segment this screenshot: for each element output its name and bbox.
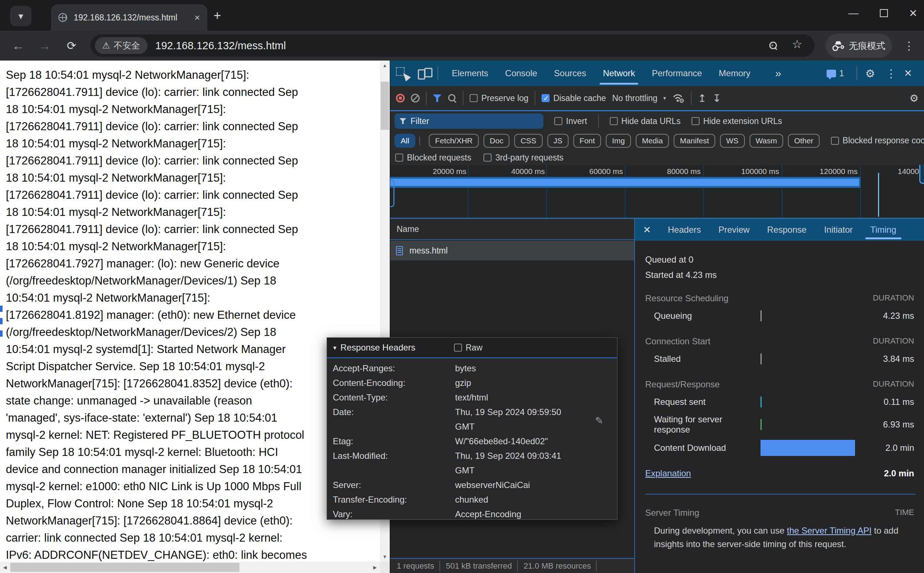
bookmark-star-icon[interactable]: ☆ (792, 37, 802, 51)
header-value: Thu, 19 Sep 2024 09:03:41 GMT (455, 449, 573, 478)
disclosure-triangle-icon[interactable]: ▼ (332, 345, 337, 351)
details-tab[interactable]: Response (758, 219, 815, 241)
security-chip[interactable]: ⚠ 不安全 (95, 37, 147, 54)
checkbox-unchecked[interactable] (483, 153, 491, 161)
new-tab-button[interactable]: + (213, 8, 221, 23)
checkbox-unchecked[interactable] (554, 117, 562, 125)
details-tab[interactable]: Timing (861, 219, 905, 241)
checkbox-unchecked[interactable] (454, 344, 462, 352)
network-settings-gear-icon[interactable]: ⚙ (910, 92, 919, 104)
response-headers-title-bar[interactable]: ▼ Response Headers Raw (327, 338, 617, 358)
type-filter-pill[interactable]: Media (636, 134, 669, 148)
scroll-right-icon[interactable]: ▶ (370, 562, 380, 573)
third-party-requests-checkbox[interactable]: 3rd-party requests (483, 153, 563, 163)
tab-close-icon[interactable]: × (195, 12, 200, 23)
timing-label: Queueing (654, 311, 761, 321)
invert-checkbox[interactable]: Invert (554, 116, 587, 126)
disable-cache-checkbox[interactable]: Disable cache (541, 93, 606, 103)
inspect-element-icon[interactable] (396, 67, 408, 80)
clear-network-log-icon[interactable] (411, 94, 420, 102)
explanation-link[interactable]: Explanation (645, 468, 691, 479)
type-filter-pill[interactable]: All (394, 134, 415, 148)
network-conditions-icon[interactable] (672, 92, 685, 103)
type-filter-pill[interactable]: CSS (514, 134, 542, 148)
throttling-dropdown[interactable]: No throttling▾ (612, 93, 666, 103)
incognito-icon (832, 41, 844, 50)
devtools-settings-gear-icon[interactable]: ⚙ (865, 61, 875, 86)
search-icon[interactable] (448, 94, 457, 102)
filter-input[interactable]: Filter (394, 113, 543, 129)
details-tab[interactable]: Preview (710, 219, 758, 241)
timeline-right-grip[interactable] (919, 165, 924, 184)
details-tab[interactable]: Initiator (815, 219, 861, 241)
checkbox-checked[interactable] (541, 94, 549, 102)
checkbox-unchecked[interactable] (610, 117, 618, 125)
minimize-button[interactable]: — (849, 7, 859, 19)
export-har-icon[interactable]: ↧ (713, 92, 721, 104)
type-filter-pill[interactable]: Manifest (674, 134, 715, 148)
devtools-tab[interactable]: Performance (643, 61, 710, 86)
scroll-left-icon[interactable]: ◀ (0, 562, 10, 573)
devtools-tab[interactable]: Sources (546, 61, 595, 86)
page-horizontal-scrollbar[interactable]: ◀ ▶ (0, 562, 380, 573)
reload-button[interactable]: ⟳ (61, 31, 83, 61)
type-filter-pill[interactable]: Wasm (750, 134, 783, 148)
forward-button[interactable]: → (34, 31, 55, 61)
name-column-header[interactable]: Name (390, 219, 634, 240)
scroll-down-icon[interactable]: ▼ (380, 552, 390, 562)
type-filter-pill[interactable]: WS (720, 134, 745, 148)
type-filter-pill[interactable]: Doc (483, 134, 510, 148)
scroll-up-icon[interactable]: ▲ (380, 61, 390, 70)
devtools-tab[interactable]: Elements (443, 61, 497, 86)
maximize-button[interactable] (880, 9, 888, 17)
checkbox-unchecked[interactable] (470, 94, 478, 102)
devtools-menu-kebab-icon[interactable]: ⋮ (886, 61, 897, 86)
details-close-icon[interactable]: ✕ (635, 224, 659, 236)
tab-search-button[interactable]: ▾ (10, 6, 31, 26)
browser-tab[interactable]: 192.168.126.132/mess.html × (51, 5, 207, 31)
filter-toggle-icon[interactable] (433, 94, 442, 102)
request-row-selected[interactable]: mess.html (390, 241, 634, 260)
address-bar[interactable]: ⚠ 不安全 192.168.126.132/mess.html + ☆ (91, 34, 814, 57)
issues-counter[interactable]: 1 (827, 61, 844, 86)
type-filter-pill[interactable]: JS (547, 134, 569, 148)
record-network-log-icon[interactable] (396, 94, 405, 102)
checkbox-unchecked[interactable] (395, 153, 403, 161)
horizontal-scroll-thumb[interactable] (10, 563, 239, 572)
hide-data-urls-checkbox[interactable]: Hide data URLs (610, 116, 681, 126)
raw-checkbox[interactable]: Raw (454, 343, 482, 353)
timeline-tick: 100000 ms (704, 167, 779, 176)
details-tab[interactable]: Headers (659, 219, 710, 241)
type-filter-pill[interactable]: Img (606, 134, 631, 148)
vertical-scroll-thumb[interactable] (381, 82, 389, 130)
server-timing-api-link[interactable]: the Server Timing API (787, 526, 871, 535)
tab-title: 192.168.126.132/mess.html (74, 13, 190, 23)
blocked-response-cookies-checkbox[interactable]: Blocked response cookies (831, 136, 924, 146)
devtools-close-icon[interactable]: ✕ (904, 61, 912, 86)
checkbox-unchecked[interactable] (831, 137, 839, 145)
import-har-icon[interactable]: ↥ (698, 92, 706, 104)
log-line: Script Dispatcher Service. Sep 18 10:54:… (6, 358, 377, 375)
zoom-icon[interactable]: + (769, 42, 777, 50)
devtools-tab[interactable]: Network (595, 61, 643, 86)
hide-extension-urls-checkbox[interactable]: Hide extension URLs (692, 116, 782, 126)
more-tabs-button[interactable]: » (775, 61, 781, 86)
type-filter-pill[interactable]: Font (573, 134, 601, 148)
network-overview-timeline[interactable]: 20000 ms 40000 ms 60000 ms 80000 ms 1000… (390, 165, 924, 219)
invert-label: Invert (566, 116, 587, 126)
blocked-requests-checkbox[interactable]: Blocked requests (395, 153, 471, 163)
device-toolbar-icon[interactable] (418, 67, 433, 80)
devtools-tab[interactable]: Memory (711, 61, 759, 86)
preserve-log-checkbox[interactable]: Preserve log (470, 93, 529, 103)
checkbox-unchecked[interactable] (692, 117, 700, 125)
window-close-button[interactable]: ✕ (909, 7, 918, 19)
log-line: [1726628041.7911] device (lo): carrier: … (6, 186, 377, 204)
edit-header-pencil-icon[interactable]: ✎ (595, 415, 603, 427)
browser-menu-kebab-icon[interactable]: ⋮ (900, 31, 918, 61)
type-filter-pill[interactable]: Other (788, 134, 820, 148)
back-button[interactable]: ← (7, 31, 29, 61)
devtools-tab[interactable]: Console (497, 61, 546, 86)
timeline-left-grip[interactable] (390, 180, 394, 207)
type-filter-pill[interactable]: Fetch/XHR (429, 134, 479, 148)
timeline-selection-bar[interactable] (390, 177, 861, 188)
